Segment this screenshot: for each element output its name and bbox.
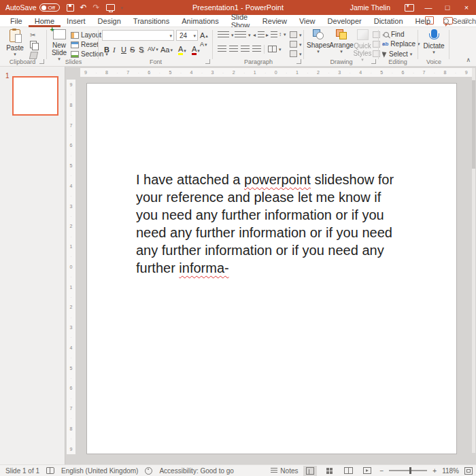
slide-textbox[interactable]: I have attached a powerpoint slideshow f…	[136, 171, 408, 277]
section-button[interactable]: Section ▾	[71, 50, 108, 58]
feedback-smiley-icon[interactable]: ☺	[462, 16, 471, 24]
find-button[interactable]: Find	[384, 31, 404, 38]
user-name[interactable]: Jamie Thelin	[350, 3, 390, 12]
zoom-slider-handle[interactable]	[409, 467, 411, 474]
language-indicator[interactable]: English (United Kingdom)	[61, 467, 138, 475]
tab-insert[interactable]: Insert	[61, 15, 92, 27]
increase-font-label: A	[200, 31, 205, 39]
ruler-number: 0	[70, 265, 73, 269]
character-spacing-button[interactable]: AV▾	[148, 46, 158, 52]
slide-text-line: need any further information or if you n…	[136, 224, 408, 241]
numbering-button[interactable]: ▾	[235, 31, 251, 38]
save-icon[interactable]	[67, 4, 74, 12]
tab-design[interactable]: Design	[92, 15, 127, 27]
underline-button[interactable]: U	[121, 46, 126, 54]
tab-dictation[interactable]: Dictation	[368, 15, 409, 27]
bold-button[interactable]: B	[104, 46, 109, 54]
notes-button[interactable]: Notes	[271, 467, 298, 475]
spellcheck-icon[interactable]	[46, 467, 54, 474]
decrease-indent-button[interactable]: ◂	[253, 31, 265, 38]
chevron-down-icon: ▾	[205, 42, 207, 47]
text-highlight-button[interactable]: A▾	[178, 46, 186, 55]
slide-thumbnail[interactable]	[12, 76, 58, 116]
zoom-in-button[interactable]: +	[432, 467, 437, 475]
ruler-tick: ·	[71, 316, 72, 320]
align-text-button[interactable]: ▾	[290, 41, 302, 48]
reset-button[interactable]: Reset	[71, 41, 99, 48]
minimize-button[interactable]: —	[419, 0, 438, 15]
collapse-ribbon-icon[interactable]: ∧	[466, 56, 471, 63]
maximize-button[interactable]: □	[438, 0, 457, 15]
increase-indent-button[interactable]: ▸	[266, 31, 277, 38]
tab-review[interactable]: Review	[256, 15, 293, 27]
select-button[interactable]: Select▾	[383, 50, 412, 58]
tab-slide-show[interactable]: Slide Show	[225, 15, 256, 27]
tab-view[interactable]: View	[293, 15, 322, 27]
align-center-button[interactable]	[229, 46, 238, 52]
zoom-slider[interactable]	[389, 470, 427, 471]
clipboard-dialog-launcher-icon[interactable]	[39, 59, 44, 64]
notes-icon	[271, 468, 277, 473]
tab-developer[interactable]: Developer	[322, 15, 368, 27]
layout-button[interactable]: Layout ▾	[71, 31, 106, 39]
comments-icon[interactable]	[443, 17, 453, 24]
share-icon[interactable]	[425, 16, 434, 24]
vertical-scrollbar[interactable]	[472, 68, 475, 453]
zoom-level[interactable]: 118%	[442, 467, 459, 475]
replace-button[interactable]: abReplace▾	[382, 40, 420, 48]
increase-font-size-button[interactable]: A▴	[200, 31, 208, 39]
strikethrough-button[interactable]: S	[130, 46, 135, 54]
zoom-out-button[interactable]: −	[379, 467, 384, 475]
scrollbar-thumb[interactable]	[472, 80, 475, 169]
line-spacing-button[interactable]: ↕▾	[279, 31, 286, 37]
justify-button[interactable]	[252, 46, 261, 52]
reading-view-button[interactable]	[341, 466, 355, 476]
fit-slide-to-window-icon[interactable]	[464, 467, 473, 475]
paragraph-dialog-launcher-icon[interactable]	[296, 59, 301, 64]
text-direction-button[interactable]: ▾	[290, 31, 302, 38]
cut-button[interactable]: ✂	[30, 31, 35, 39]
decrease-font-size-button[interactable]: A▾	[200, 41, 207, 48]
convert-smartart-button[interactable]: ▾	[290, 50, 302, 57]
start-slideshow-icon[interactable]	[106, 4, 115, 11]
font-size-combobox[interactable]: 24 ▾	[176, 30, 198, 41]
slide-text-line: further informa-	[136, 259, 408, 277]
slideshow-view-button[interactable]	[360, 466, 374, 476]
normal-view-button[interactable]	[303, 466, 317, 476]
undo-icon[interactable]: ↶	[80, 3, 87, 12]
slide-canvas: 9·8·7·6·5·4·3·2·1·0·1·2·3·4·5·6·7·8·9 9·…	[65, 67, 476, 464]
text-shadow-button[interactable]: S	[139, 46, 143, 54]
tab-file[interactable]: File	[4, 15, 29, 27]
columns-button[interactable]: ▾	[268, 46, 282, 52]
ruler-number: 3	[70, 204, 73, 209]
font-color-button[interactable]: A▾	[192, 46, 200, 55]
redo-icon: ↷	[93, 3, 100, 12]
align-right-button[interactable]	[241, 46, 250, 52]
paste-icon	[10, 29, 20, 42]
font-name-combobox[interactable]: ▾	[102, 30, 174, 41]
customize-qat-icon[interactable]: ▾	[121, 5, 124, 10]
ruler-tick: ·	[265, 71, 266, 75]
tab-animations[interactable]: Animations	[175, 15, 224, 27]
chevron-down-icon: ▾	[231, 33, 234, 37]
drawing-dialog-launcher-icon[interactable]	[371, 59, 376, 64]
copy-button[interactable]	[30, 41, 37, 48]
tab-home[interactable]: Home	[29, 15, 61, 27]
close-button[interactable]: ×	[457, 0, 476, 15]
ribbon-display-options-button[interactable]	[400, 0, 419, 15]
accessibility-status[interactable]: Accessibility: Good to go	[159, 467, 234, 475]
autosave-toggle[interactable]: AutoSave Off	[5, 3, 60, 12]
slide[interactable]: I have attached a powerpoint slideshow f…	[86, 83, 457, 454]
slide-sorter-view-button[interactable]	[322, 466, 336, 476]
align-left-button[interactable]	[218, 46, 226, 52]
tab-transitions[interactable]: Transitions	[127, 15, 175, 27]
font-dialog-launcher-icon[interactable]	[205, 59, 210, 64]
change-case-button[interactable]: Aa▾	[160, 46, 173, 54]
change-case-label: Aa	[160, 46, 169, 54]
ruler-number: 1	[254, 70, 256, 75]
group-divider	[98, 30, 99, 59]
italic-button[interactable]: I	[113, 46, 116, 54]
ruler-number: 6	[70, 386, 73, 390]
bullets-button[interactable]: ▾	[218, 31, 234, 38]
ruler-number: 4	[359, 70, 362, 75]
